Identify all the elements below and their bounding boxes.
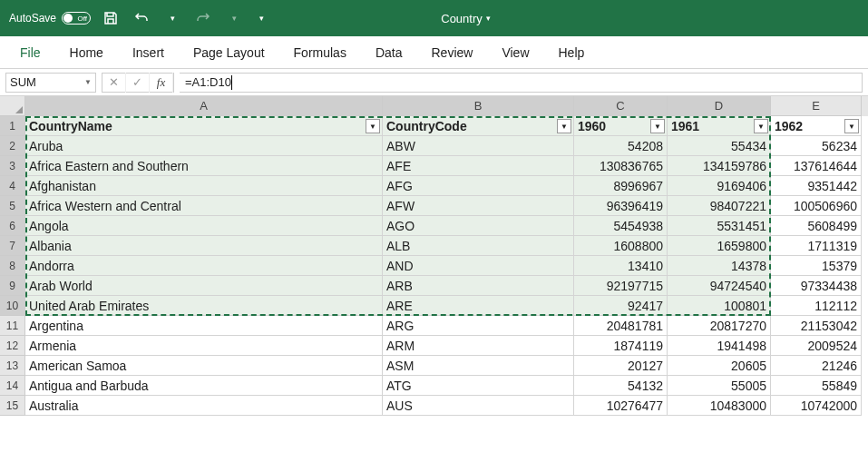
tab-file[interactable]: File bbox=[9, 40, 52, 65]
cell[interactable]: ABW bbox=[383, 136, 574, 156]
cell[interactable]: AUS bbox=[383, 396, 574, 416]
cell[interactable]: 54132 bbox=[574, 376, 668, 396]
cell[interactable]: ATG bbox=[383, 376, 574, 396]
cell[interactable]: 92197715 bbox=[574, 276, 668, 296]
cell[interactable]: 100801 bbox=[668, 296, 771, 316]
row-header[interactable]: 8 bbox=[0, 256, 25, 276]
header-cell[interactable]: CountryCode▼ bbox=[383, 116, 574, 136]
cell[interactable]: 55434 bbox=[668, 136, 771, 156]
cell[interactable]: 1711319 bbox=[771, 236, 862, 256]
col-header-d[interactable]: D bbox=[668, 96, 771, 116]
header-cell[interactable]: 1962▼ bbox=[771, 116, 862, 136]
redo-dropdown-icon[interactable]: ▾ bbox=[223, 7, 245, 29]
header-cell[interactable]: CountryName▼ bbox=[25, 116, 383, 136]
cell[interactable]: 5531451 bbox=[668, 216, 771, 236]
name-box[interactable]: SUM▼ bbox=[5, 73, 96, 93]
cell[interactable]: 9169406 bbox=[668, 176, 771, 196]
cell[interactable]: 55005 bbox=[668, 376, 771, 396]
col-header-e[interactable]: E bbox=[771, 96, 862, 116]
tab-home[interactable]: Home bbox=[59, 40, 114, 65]
row-header[interactable]: 11 bbox=[0, 316, 25, 336]
cell[interactable]: American Samoa bbox=[25, 356, 383, 376]
tab-review[interactable]: Review bbox=[421, 40, 484, 65]
cell[interactable]: Argentina bbox=[25, 316, 383, 336]
redo-icon[interactable] bbox=[192, 7, 214, 29]
row-header[interactable]: 13 bbox=[0, 356, 25, 376]
undo-dropdown-icon[interactable]: ▾ bbox=[161, 7, 183, 29]
cell[interactable]: 2009524 bbox=[771, 336, 862, 356]
cell[interactable]: Angola bbox=[25, 216, 383, 236]
cell[interactable]: Africa Eastern and Southern bbox=[25, 156, 383, 176]
cell[interactable]: AND bbox=[383, 256, 574, 276]
autosave-toggle[interactable]: AutoSave Off bbox=[9, 12, 91, 25]
col-header-a[interactable]: A bbox=[25, 96, 383, 116]
col-header-c[interactable]: C bbox=[574, 96, 668, 116]
row-header[interactable]: 4 bbox=[0, 176, 25, 196]
cell[interactable]: Afghanistan bbox=[25, 176, 383, 196]
tab-insert[interactable]: Insert bbox=[122, 40, 175, 65]
cell[interactable]: 20817270 bbox=[668, 316, 771, 336]
row-header[interactable]: 7 bbox=[0, 236, 25, 256]
cell[interactable]: 5454938 bbox=[574, 216, 668, 236]
formula-input[interactable]: =A1:D10 bbox=[180, 73, 863, 93]
cell[interactable]: 56234 bbox=[771, 136, 862, 156]
cell[interactable]: 112112 bbox=[771, 296, 862, 316]
cell[interactable]: 13410 bbox=[574, 256, 668, 276]
cell[interactable]: 14378 bbox=[668, 256, 771, 276]
toggle-switch[interactable]: Off bbox=[62, 12, 91, 25]
filter-dropdown-icon[interactable]: ▼ bbox=[557, 119, 571, 133]
cell[interactable]: 100506960 bbox=[771, 196, 862, 216]
cell[interactable]: 10276477 bbox=[574, 396, 668, 416]
cell[interactable]: Albania bbox=[25, 236, 383, 256]
filter-dropdown-icon[interactable]: ▼ bbox=[366, 119, 380, 133]
header-cell[interactable]: 1961▼ bbox=[668, 116, 771, 136]
cell[interactable]: 9351442 bbox=[771, 176, 862, 196]
filter-dropdown-icon[interactable]: ▼ bbox=[844, 119, 859, 133]
cell[interactable]: Armenia bbox=[25, 336, 383, 356]
cell[interactable]: 94724540 bbox=[668, 276, 771, 296]
cell[interactable]: AFW bbox=[383, 196, 574, 216]
cell[interactable]: ARB bbox=[383, 276, 574, 296]
row-header[interactable]: 14 bbox=[0, 376, 25, 396]
row-header[interactable]: 15 bbox=[0, 396, 25, 416]
cell[interactable]: 137614644 bbox=[771, 156, 862, 176]
cell[interactable]: AGO bbox=[383, 216, 574, 236]
filter-dropdown-icon[interactable]: ▼ bbox=[754, 119, 768, 133]
undo-icon[interactable] bbox=[131, 7, 152, 29]
cell[interactable]: 5608499 bbox=[771, 216, 862, 236]
cell[interactable]: 1941498 bbox=[668, 336, 771, 356]
cell[interactable]: ARE bbox=[383, 296, 574, 316]
cell[interactable]: United Arab Emirates bbox=[25, 296, 383, 316]
cell[interactable]: ARM bbox=[383, 336, 574, 356]
cell[interactable]: 97334438 bbox=[771, 276, 862, 296]
cell[interactable]: 96396419 bbox=[574, 196, 668, 216]
cell[interactable]: 1874119 bbox=[574, 336, 668, 356]
cell[interactable]: 8996967 bbox=[574, 176, 668, 196]
cell[interactable]: ASM bbox=[383, 356, 574, 376]
row-header[interactable]: 1 bbox=[0, 116, 25, 136]
cell[interactable]: Andorra bbox=[25, 256, 383, 276]
row-header[interactable]: 5 bbox=[0, 196, 25, 216]
tab-formulas[interactable]: Formulas bbox=[283, 40, 357, 65]
tab-data[interactable]: Data bbox=[365, 40, 414, 65]
cell[interactable]: 92417 bbox=[574, 296, 668, 316]
cell[interactable]: AFE bbox=[383, 156, 574, 176]
select-all-corner[interactable] bbox=[0, 96, 25, 116]
cell[interactable]: 20481781 bbox=[574, 316, 668, 336]
row-header[interactable]: 12 bbox=[0, 336, 25, 356]
cell[interactable]: ALB bbox=[383, 236, 574, 256]
row-header[interactable]: 10 bbox=[0, 296, 25, 316]
cell[interactable]: 134159786 bbox=[668, 156, 771, 176]
cell[interactable]: Africa Western and Central bbox=[25, 196, 383, 216]
cell[interactable]: 98407221 bbox=[668, 196, 771, 216]
cell[interactable]: Arab World bbox=[25, 276, 383, 296]
filter-dropdown-icon[interactable]: ▼ bbox=[650, 119, 665, 133]
tab-page-layout[interactable]: Page Layout bbox=[182, 40, 276, 65]
row-header[interactable]: 6 bbox=[0, 216, 25, 236]
cell[interactable]: 20127 bbox=[574, 356, 668, 376]
cell[interactable]: ARG bbox=[383, 316, 574, 336]
cell[interactable]: AFG bbox=[383, 176, 574, 196]
row-header[interactable]: 9 bbox=[0, 276, 25, 296]
cell[interactable]: 10483000 bbox=[668, 396, 771, 416]
cell[interactable]: 15379 bbox=[771, 256, 862, 276]
